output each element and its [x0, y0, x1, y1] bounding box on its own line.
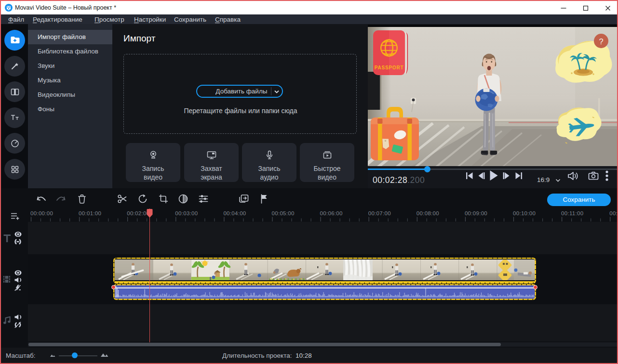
- svg-text:?: ?: [599, 37, 603, 45]
- svg-text:PASSPORT: PASSPORT: [375, 65, 404, 70]
